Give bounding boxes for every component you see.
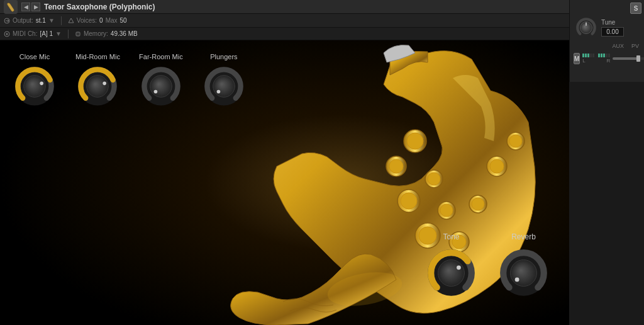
- tone-knob[interactable]: [425, 246, 478, 300]
- svg-rect-6: [76, 32, 80, 36]
- memory-label: Memory:: [84, 30, 108, 37]
- l-label: L: [582, 58, 585, 64]
- far-room-mic-knob[interactable]: [139, 64, 183, 108]
- title-bar: ◀ ▶ Tenor Saxophone (Polyphonic) i ×: [0, 0, 644, 14]
- nav-next-button[interactable]: ▶: [31, 3, 40, 11]
- mic-controls: Close Mic Mid-Room Mic Far-Room Mic Plun…: [13, 53, 246, 108]
- bottom-controls: Tone Reverb: [425, 232, 550, 300]
- svg-point-29: [509, 135, 522, 147]
- reverb-label: Reverb: [511, 232, 536, 241]
- voices-item: Voices: 0 Max 50: [68, 17, 127, 24]
- voices-label: Voices:: [77, 17, 97, 24]
- svg-point-13: [389, 159, 403, 173]
- close-mic-label: Close Mic: [19, 53, 50, 60]
- reverb-knob[interactable]: [497, 246, 550, 300]
- memory-icon: [75, 31, 81, 37]
- svg-point-25: [472, 198, 484, 210]
- output-value: st.1: [36, 17, 46, 24]
- aux-label: AUX: [612, 43, 624, 49]
- voices-value: 0: [99, 17, 103, 24]
- close-mic-group: Close Mic: [13, 53, 57, 108]
- plungers-label: Plungers: [210, 53, 237, 60]
- tune-knob[interactable]: [575, 16, 597, 39]
- tune-value: 0.00: [601, 27, 624, 37]
- svg-point-19: [440, 204, 453, 217]
- output-label: Output:: [13, 17, 33, 24]
- far-room-mic-group: Far-Room Mic: [139, 53, 183, 108]
- s-button[interactable]: S: [630, 3, 641, 14]
- svg-point-5: [6, 33, 8, 35]
- svg-marker-3: [69, 18, 74, 23]
- midi-icon: [4, 31, 10, 37]
- tone-group: Tone: [425, 232, 478, 300]
- memory-item: Memory: 49.36 MB: [75, 30, 138, 37]
- mid-room-mic-label: Mid-Room Mic: [75, 53, 120, 60]
- output-item: Output: st.1 ▼: [4, 17, 55, 24]
- pv-label: PV: [631, 43, 639, 49]
- title-bar-left: ◀ ▶ Tenor Saxophone (Polyphonic): [4, 0, 155, 14]
- instrument-icon: [4, 0, 18, 14]
- far-room-mic-label: Far-Room Mic: [139, 53, 183, 60]
- midi-value: [A] 1: [40, 30, 53, 37]
- midi-bar: MIDI Ch: [A] 1 ▼ Memory: 49.36 MB: [0, 28, 644, 40]
- memory-value: 49.36 MB: [111, 30, 138, 37]
- max-value: 50: [120, 17, 127, 24]
- svg-point-27: [490, 159, 504, 173]
- voices-icon: [68, 18, 74, 24]
- volume-slider[interactable]: [613, 57, 644, 60]
- max-label: Max: [106, 17, 118, 24]
- m-button[interactable]: M: [574, 53, 580, 64]
- reverb-group: Reverb: [497, 232, 550, 300]
- tone-label: Tone: [443, 232, 459, 241]
- r-label: R: [607, 58, 611, 64]
- nav-arrows[interactable]: ◀ ▶: [21, 3, 40, 11]
- plungers-group: Plungers: [202, 53, 246, 108]
- level-meters: [582, 54, 610, 57]
- close-mic-knob[interactable]: [13, 64, 57, 108]
- svg-point-15: [428, 173, 440, 185]
- mid-room-mic-knob[interactable]: [75, 64, 119, 108]
- nav-prev-button[interactable]: ◀: [21, 3, 30, 11]
- midi-label: MIDI Ch:: [13, 30, 37, 37]
- main-content: Close Mic Mid-Room Mic Far-Room Mic Plun…: [0, 40, 569, 325]
- svg-point-17: [401, 193, 417, 209]
- tune-label: Tune: [601, 19, 615, 26]
- output-icon: [4, 18, 10, 24]
- mid-room-mic-group: Mid-Room Mic: [75, 53, 120, 108]
- instrument-name: Tenor Saxophone (Polyphonic): [44, 3, 155, 11]
- svg-point-11: [407, 133, 423, 149]
- midi-item: MIDI Ch: [A] 1 ▼: [4, 30, 62, 37]
- plungers-knob[interactable]: [202, 64, 246, 108]
- output-bar: Output: st.1 ▼ Voices: 0 Max 50 Purge ▼: [0, 14, 644, 28]
